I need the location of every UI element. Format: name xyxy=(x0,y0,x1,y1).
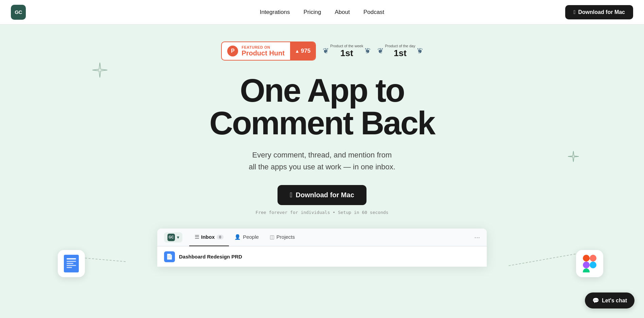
svg-rect-0 xyxy=(64,255,79,272)
chat-icon: 💬 xyxy=(592,297,599,304)
sparkle-left-icon xyxy=(92,62,108,78)
laurel-left-icon: ❦ xyxy=(323,47,329,55)
product-hunt-badge[interactable]: P FEATURED ON Product Hunt ▲ 975 xyxy=(221,41,316,61)
dotted-line-left xyxy=(85,258,126,262)
nav-link-integrations[interactable]: Integrations xyxy=(260,9,290,15)
laurel-left2-icon: ❦ xyxy=(377,47,383,55)
nav-links: Integrations Pricing About Podcast xyxy=(260,9,384,16)
svg-rect-10 xyxy=(590,262,596,268)
ph-icon: P xyxy=(227,46,238,56)
svg-rect-2 xyxy=(67,261,76,262)
tab-people[interactable]: 👤 People xyxy=(229,229,264,246)
app-preview: GC ▾ ☰ Inbox 0 👤 People ◫ Projects ··· xyxy=(157,229,487,267)
dotted-line-right xyxy=(508,254,575,266)
svg-rect-4 xyxy=(67,265,76,266)
svg-rect-7 xyxy=(590,255,596,262)
tab-projects[interactable]: ◫ Projects xyxy=(264,229,300,246)
people-icon: 👤 xyxy=(234,234,241,240)
projects-icon: ◫ xyxy=(270,234,274,240)
svg-rect-3 xyxy=(67,263,73,264)
figma-icon xyxy=(576,250,603,277)
lets-chat-button[interactable]: 💬 Let's chat xyxy=(585,292,634,308)
google-docs-icon xyxy=(58,250,85,277)
svg-rect-8 xyxy=(583,262,590,268)
app-content: 📄 Dashboard Redesign PRD xyxy=(157,246,487,267)
download-button-nav[interactable]:  Download for Mac xyxy=(565,5,633,19)
svg-rect-6 xyxy=(583,255,590,262)
hero-headline: One App to Comment Back xyxy=(210,74,435,139)
app-logo-pill[interactable]: GC ▾ xyxy=(164,232,182,242)
award-day-badge: ❦ Product of the day 1st ❦ xyxy=(377,44,423,58)
apple-icon-hero:  xyxy=(290,191,292,199)
sparkle-right-icon xyxy=(567,150,579,163)
svg-rect-1 xyxy=(67,258,76,260)
navbar: GC Integrations Pricing About Podcast  … xyxy=(0,0,644,24)
list-item[interactable]: 📄 Dashboard Redesign PRD xyxy=(157,246,487,267)
badges-row: P FEATURED ON Product Hunt ▲ 975 ❦ Produ… xyxy=(221,41,423,61)
svg-rect-5 xyxy=(67,267,72,268)
apple-icon:  xyxy=(573,9,575,15)
app-toolbar: GC ▾ ☰ Inbox 0 👤 People ◫ Projects ··· xyxy=(157,229,487,246)
download-button-hero[interactable]:  Download for Mac xyxy=(278,185,366,205)
fine-print: Free forever for individuals • Setup in … xyxy=(255,210,388,215)
logo[interactable]: GC xyxy=(11,5,26,20)
app-logo-mini: GC xyxy=(167,234,175,241)
laurel-right2-icon: ❦ xyxy=(417,47,423,55)
more-options-button[interactable]: ··· xyxy=(474,233,480,241)
tab-inbox[interactable]: ☰ Inbox 0 xyxy=(189,229,229,246)
hero-subtext: Every comment, thread, and mention from … xyxy=(249,149,395,173)
upvote-arrow-icon: ▲ xyxy=(295,48,300,54)
nav-link-podcast[interactable]: Podcast xyxy=(363,9,384,15)
inbox-icon: ☰ xyxy=(195,234,199,240)
svg-rect-9 xyxy=(583,268,590,272)
award-week-badge: ❦ Product of the week 1st ❦ xyxy=(323,44,371,58)
hero-section: P FEATURED ON Product Hunt ▲ 975 ❦ Produ… xyxy=(0,24,644,318)
nav-link-pricing[interactable]: Pricing xyxy=(304,9,321,15)
nav-link-about[interactable]: About xyxy=(335,9,350,15)
laurel-right-icon: ❦ xyxy=(364,47,371,55)
doc-icon: 📄 xyxy=(164,251,175,262)
